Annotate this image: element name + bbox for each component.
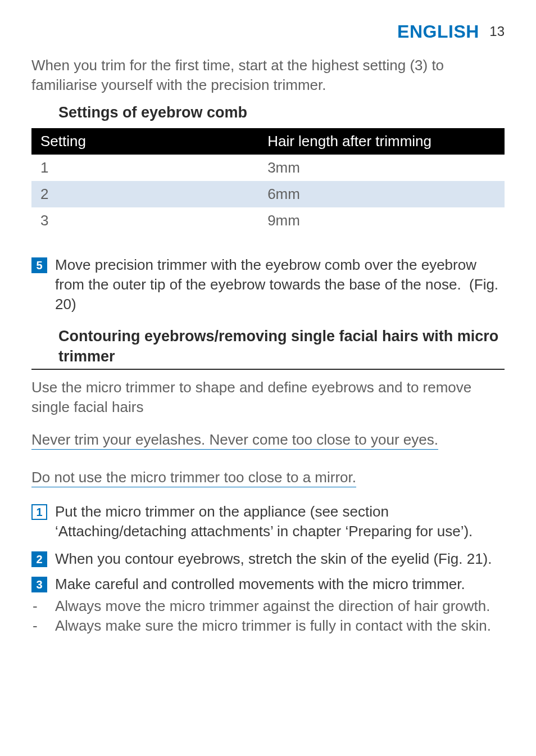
page-number: 13 — [489, 24, 505, 39]
cell-setting: 2 — [31, 181, 258, 207]
bullet-item: - Always make sure the micro trimmer is … — [33, 616, 505, 636]
section-intro: Use the micro trimmer to shape and defin… — [31, 378, 505, 417]
intro-paragraph: When you trim for the first time, start … — [31, 56, 505, 95]
bullet-text: Always move the micro trimmer against th… — [55, 596, 490, 616]
step-1: 1 Put the micro trimmer on the appliance… — [31, 502, 505, 541]
warning-1-block: Never trim your eyelashes. Never come to… — [31, 426, 505, 454]
settings-table: Setting Hair length after trimming 1 3mm… — [31, 128, 505, 234]
step-3: 3 Make careful and controlled movements … — [31, 574, 505, 594]
step-text: When you contour eyebrows, stretch the s… — [55, 549, 505, 569]
warning-2-block: Do not use the micro trimmer too close t… — [31, 464, 505, 491]
step-number-badge: 2 — [31, 551, 47, 567]
cell-length: 9mm — [258, 207, 505, 234]
step-number-badge: 5 — [31, 257, 47, 273]
cell-setting: 1 — [31, 155, 258, 181]
step-text: Make careful and controlled movements wi… — [55, 574, 505, 594]
table-row: 1 3mm — [31, 155, 505, 181]
page-header: ENGLISH 13 — [31, 21, 505, 42]
step-number-badge: 3 — [31, 577, 47, 592]
cell-length: 3mm — [258, 155, 505, 181]
step-number-badge: 1 — [31, 504, 47, 520]
table-header-row: Setting Hair length after trimming — [31, 128, 505, 155]
section-rule — [31, 369, 505, 370]
dash-icon: - — [33, 616, 44, 636]
step-text: Move precision trimmer with the eyebrow … — [55, 255, 505, 314]
step-text: Put the micro trimmer on the appliance (… — [55, 502, 505, 541]
warning-2: Do not use the micro trimmer too close t… — [31, 469, 356, 487]
cell-length: 6mm — [258, 181, 505, 207]
col-length: Hair length after trimming — [258, 128, 505, 155]
warning-1: Never trim your eyelashes. Never come to… — [31, 431, 438, 450]
cell-setting: 3 — [31, 207, 258, 234]
bullet-text: Always make sure the micro trimmer is fu… — [55, 616, 491, 636]
table-row: 3 9mm — [31, 207, 505, 234]
bullet-item: - Always move the micro trimmer against … — [33, 596, 505, 616]
table-row: 2 6mm — [31, 181, 505, 207]
step-2: 2 When you contour eyebrows, stretch the… — [31, 549, 505, 569]
step-5: 5 Move precision trimmer with the eyebro… — [31, 255, 505, 314]
language-label: ENGLISH — [397, 21, 479, 42]
col-setting: Setting — [31, 128, 258, 155]
section-heading: Contouring eyebrows/removing single faci… — [58, 327, 505, 366]
dash-icon: - — [33, 596, 44, 616]
table-title: Settings of eyebrow comb — [58, 104, 505, 121]
